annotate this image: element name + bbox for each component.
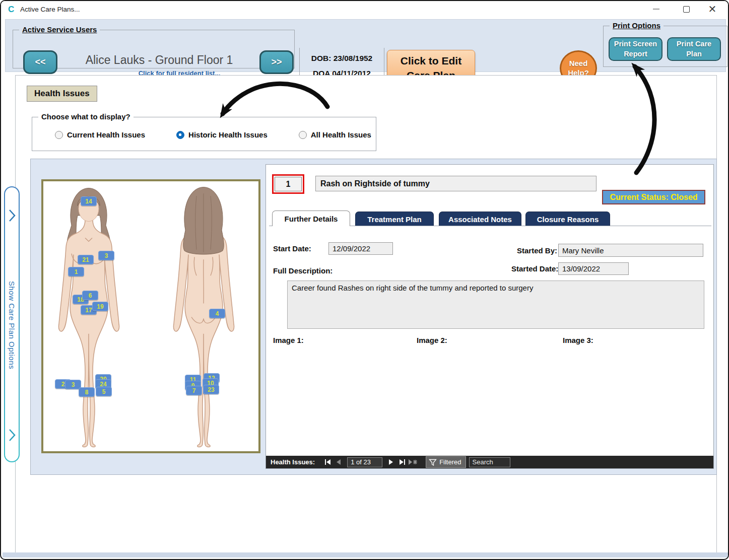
previous-resident-button[interactable]: <<: [23, 50, 57, 74]
body-map-badge-21[interactable]: 21: [78, 255, 94, 264]
health-issues-panel: 14213118617192382024541197121023 1 Rash …: [30, 159, 717, 475]
tab-treatment-plan[interactable]: Treatment Plan: [355, 212, 434, 226]
full-description-label: Full Description:: [273, 266, 333, 275]
body-map-badge-3[interactable]: 3: [98, 251, 114, 260]
care-plan-options-tab-inner: Show Care Plan Options: [5, 187, 19, 461]
last-record-button[interactable]: [396, 457, 408, 467]
main-form: Health Issues Choose what to display? Cu…: [15, 75, 717, 553]
record-position[interactable]: 1 of 23: [347, 457, 382, 467]
full-description-field[interactable]: Career found Rashes on right side of the…: [287, 281, 704, 329]
body-figures-illustration: [43, 181, 258, 451]
next-record-button[interactable]: [385, 457, 396, 467]
radio-all-health-issues[interactable]: All Health Issues: [299, 130, 371, 139]
app-icon: C: [8, 5, 14, 15]
tab-associated-notes[interactable]: Associated Notes: [439, 212, 521, 226]
window-title: Active Care Plans...: [20, 6, 80, 13]
next-resident-button[interactable]: >>: [259, 50, 294, 74]
started-date-label: Started Date:: [511, 264, 558, 273]
chevron-right-icon: [8, 208, 16, 223]
previous-record-button[interactable]: [333, 457, 344, 467]
record-navigator: Health Issues: 1 of 23: [266, 456, 713, 468]
first-record-icon: [324, 459, 331, 465]
print-options-legend: Print Options: [610, 21, 664, 30]
need-help-line1: Need: [569, 59, 588, 68]
image3-label: Image 3:: [563, 336, 593, 344]
print-care-line2: Plan: [686, 49, 702, 59]
window-bottom-strip: [3, 552, 728, 557]
record-navigator-label: Health Issues:: [271, 458, 315, 466]
image2-label: Image 2:: [417, 336, 447, 344]
body-map-badge-8[interactable]: 8: [79, 387, 95, 397]
issue-number[interactable]: 1: [275, 177, 302, 191]
last-record-icon: [399, 459, 406, 465]
dob-value: DOB: 23/08/1952: [303, 54, 381, 63]
print-screen-line2: Report: [624, 49, 647, 59]
body-map-badge-5[interactable]: 5: [96, 387, 112, 396]
image1-label: Image 1:: [273, 336, 304, 344]
body-map[interactable]: 14213118617192382024541197121023: [41, 179, 260, 453]
issue-title-field[interactable]: Rash on Rightside of tummy: [315, 176, 597, 191]
started-by-field[interactable]: Mary Neville: [558, 244, 703, 257]
filter-toggle[interactable]: Filtered: [426, 456, 466, 468]
print-options-group: Print Options Print Screen Report Print …: [603, 26, 727, 67]
issue-detail-panel: 1 Rash on Rightside of tummy Current Sta…: [266, 164, 714, 469]
title-bar: C Active Care Plans... ✕: [1, 1, 728, 18]
chevron-right-icon: [8, 428, 16, 442]
started-by-label: Started By:: [517, 246, 557, 255]
tab-further-details[interactable]: Further Details: [272, 211, 350, 226]
close-icon: ✕: [708, 4, 717, 14]
body-map-badge-23[interactable]: 23: [203, 385, 219, 394]
header-band: Active Service Users << Alice Lauks - Gr…: [5, 19, 726, 72]
started-date-field[interactable]: 13/09/2022: [558, 262, 629, 275]
minimize-button[interactable]: [644, 1, 668, 17]
body-map-badge-4[interactable]: 4: [209, 309, 225, 318]
resident-name: Alice Lauks - Ground Floor 1: [63, 53, 255, 67]
start-date-label: Start Date:: [273, 244, 311, 253]
app-window: C Active Care Plans... ✕ Active Service …: [0, 0, 729, 560]
care-plan-options-tab[interactable]: Show Care Plan Options: [4, 186, 20, 462]
active-service-users-legend: Active Service Users: [19, 25, 100, 34]
next-record-icon: [388, 459, 393, 465]
previous-record-icon: [336, 459, 341, 465]
display-filter-legend: Choose what to display?: [38, 112, 134, 121]
new-record-button[interactable]: [408, 457, 419, 467]
radio-label: Current Health Issues: [67, 130, 145, 139]
print-care-plan-button[interactable]: Print Care Plan: [667, 37, 721, 61]
radio-icon: [176, 131, 184, 139]
body-map-badge-1[interactable]: 1: [68, 267, 84, 276]
radio-icon: [299, 131, 307, 139]
display-filter-group: Choose what to display? Current Health I…: [32, 117, 376, 151]
first-record-button[interactable]: [322, 457, 333, 467]
status-badge: Current Status: Closed: [602, 190, 705, 204]
maximize-button[interactable]: [675, 1, 698, 17]
radio-label: Historic Health Issues: [188, 130, 268, 139]
body-map-badge-6[interactable]: 6: [82, 291, 98, 300]
print-screen-line1: Print Screen: [614, 39, 657, 49]
close-button[interactable]: ✕: [701, 1, 724, 17]
issue-number-highlight: 1: [272, 174, 304, 194]
care-plan-options-label: Show Care Plan Options: [8, 281, 16, 369]
radio-current-health-issues[interactable]: Current Health Issues: [55, 130, 145, 139]
radio-icon: [55, 131, 63, 139]
active-service-users-group: Active Service Users << Alice Lauks - Gr…: [13, 30, 295, 68]
health-issues-label: Health Issues: [27, 86, 97, 102]
radio-historic-health-issues[interactable]: Historic Health Issues: [176, 130, 268, 139]
minimize-icon: [653, 9, 659, 10]
filter-funnel-icon: [429, 459, 437, 466]
new-record-icon: [408, 459, 418, 465]
tab-closure-reasons[interactable]: Closure Reasons: [525, 212, 610, 226]
radio-label: All Health Issues: [311, 130, 371, 139]
body-map-badge-14[interactable]: 14: [81, 196, 97, 206]
filter-label: Filtered: [439, 458, 461, 466]
print-screen-report-button[interactable]: Print Screen Report: [609, 37, 662, 61]
print-care-line1: Print Care: [677, 39, 711, 49]
edit-care-plan-line1: Click to Edit: [401, 54, 461, 68]
body-map-badge-7[interactable]: 7: [186, 386, 202, 395]
record-search-input[interactable]: Search: [469, 457, 510, 467]
maximize-icon: [683, 6, 690, 13]
display-filter-options: Current Health Issues Historic Health Is…: [55, 130, 371, 139]
body-map-badge-19[interactable]: 19: [92, 302, 108, 311]
start-date-field[interactable]: 12/09/2022: [328, 242, 393, 255]
